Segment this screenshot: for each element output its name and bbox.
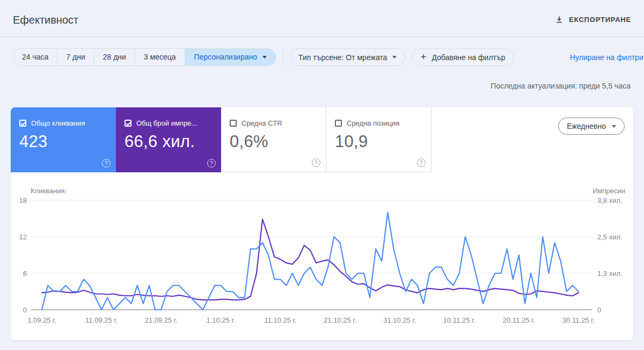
filter-separator bbox=[283, 49, 283, 66]
help-icon[interactable]: ? bbox=[207, 159, 216, 167]
average-position-label: Средна позиция bbox=[347, 119, 399, 127]
impressions-line bbox=[42, 219, 579, 300]
right-axis-tick: 3,8 хил. bbox=[597, 196, 623, 205]
help-icon[interactable]: ? bbox=[312, 158, 320, 167]
export-button[interactable]: ЕКСПОРТИРАНЕ bbox=[555, 15, 631, 24]
checkbox-checked-icon[interactable] bbox=[125, 120, 131, 127]
left-axis-tick: 6 bbox=[23, 269, 27, 278]
x-axis-tick: 11.10.25 г. bbox=[264, 316, 296, 324]
x-axis-tick: 11.09.25 г. bbox=[85, 316, 118, 324]
granularity-label: Ежедневно bbox=[567, 122, 606, 130]
average-position-value: 10,9 bbox=[335, 132, 422, 151]
total-clicks-card[interactable]: Общо кликвания 423 ? bbox=[11, 107, 116, 172]
x-axis-tick: 1.10.25 г. bbox=[206, 316, 235, 324]
range-28d-button[interactable]: 28 дни bbox=[94, 49, 135, 65]
left-axis-tick: 0 bbox=[23, 306, 27, 314]
x-axis-tick: 30.11.25 г. bbox=[562, 316, 595, 324]
total-clicks-value: 423 bbox=[19, 132, 107, 151]
checkbox-checked-icon[interactable] bbox=[19, 120, 26, 127]
total-clicks-label: Общо кликвания bbox=[31, 119, 85, 127]
add-filter-label: Добавяне на филтър bbox=[432, 53, 506, 62]
x-axis-tick: 10.11.25 г. bbox=[443, 316, 475, 324]
left-axis-tick: 18 bbox=[19, 196, 27, 205]
help-icon[interactable]: ? bbox=[417, 158, 426, 167]
search-type-dropdown[interactable]: Тип търсене: От мрежата bbox=[290, 48, 405, 66]
chevron-down-icon bbox=[612, 125, 616, 128]
page-title: Ефективност bbox=[13, 14, 78, 26]
range-24h-button[interactable]: 24 часа bbox=[13, 49, 57, 65]
range-3m-button[interactable]: 3 месеца bbox=[135, 49, 185, 65]
chevron-down-icon bbox=[392, 56, 397, 59]
average-position-card[interactable]: Средна позиция 10,9 ? bbox=[326, 107, 431, 172]
search-type-label: Тип търсене: От мрежата bbox=[298, 53, 387, 62]
last-update-text: Последна актуализация: преди 5,5 часа bbox=[491, 82, 631, 90]
range-custom-button[interactable]: Персонализирано bbox=[185, 49, 276, 65]
checkbox-unchecked-icon[interactable] bbox=[230, 120, 237, 127]
total-impressions-card[interactable]: Общ брой импре... 66,6 хил. ? bbox=[116, 107, 221, 172]
x-axis-tick: 21.09.25 г. bbox=[145, 316, 178, 324]
date-range-group: 24 часа 7 дни 28 дни 3 месеца Персонализ… bbox=[13, 48, 276, 66]
x-axis-tick: 31.10.25 г. bbox=[383, 316, 416, 324]
help-icon[interactable]: ? bbox=[102, 159, 111, 167]
search-console-performance-page: Ефективност ЕКСПОРТИРАНЕ 24 часа 7 дни 2… bbox=[0, 0, 644, 350]
filter-bar: 24 часа 7 дни 28 дни 3 месеца Персонализ… bbox=[13, 48, 514, 66]
performance-chart[interactable]: 0061,3 хил.122,5 хил.183,8 хил.1.09.25 г… bbox=[11, 193, 633, 331]
right-axis-tick: 0 bbox=[597, 306, 601, 314]
plus-icon: + bbox=[420, 52, 426, 62]
right-axis-tick: 2,5 хил. bbox=[597, 233, 623, 241]
x-axis-tick: 20.11.25 г. bbox=[503, 316, 535, 324]
add-filter-button[interactable]: + Добавяне на филтър bbox=[412, 48, 514, 66]
header-divider bbox=[0, 37, 644, 37]
download-icon bbox=[555, 15, 564, 24]
total-impressions-value: 66,6 хил. bbox=[125, 132, 213, 151]
x-axis-tick: 21.10.25 г. bbox=[324, 316, 356, 324]
left-axis-tick: 12 bbox=[19, 233, 27, 241]
metric-cards: Общо кликвания 423 ? Общ брой импре... 6… bbox=[11, 107, 431, 172]
checkbox-unchecked-icon[interactable] bbox=[335, 120, 342, 127]
x-axis-tick: 1.09.25 г. bbox=[27, 316, 56, 324]
granularity-dropdown[interactable]: Ежедневно bbox=[558, 118, 625, 135]
average-ctr-label: Средна CTR bbox=[241, 119, 282, 127]
chevron-down-icon bbox=[262, 56, 267, 59]
reset-filters-link[interactable]: Нулиране на филтрите bbox=[570, 53, 644, 62]
total-impressions-label: Общ брой импре... bbox=[136, 119, 197, 127]
export-label: ЕКСПОРТИРАНЕ bbox=[569, 16, 631, 24]
average-ctr-value: 0,6% bbox=[230, 132, 317, 151]
performance-panel: Общо кликвания 423 ? Общ брой импре... 6… bbox=[11, 107, 633, 340]
range-custom-label: Персонализирано bbox=[194, 49, 257, 65]
right-axis-tick: 1,3 хил. bbox=[597, 269, 623, 278]
average-ctr-card[interactable]: Средна CTR 0,6% ? bbox=[221, 107, 326, 172]
range-7d-button[interactable]: 7 дни bbox=[57, 49, 94, 65]
